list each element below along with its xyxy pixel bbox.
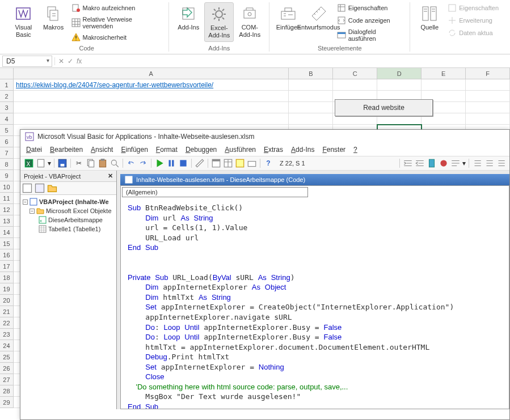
menu-fenster[interactable]: Fenster (322, 146, 345, 154)
cell-F3[interactable] (466, 102, 510, 113)
cell-F2[interactable] (466, 91, 510, 102)
toolbox2-icon[interactable] (247, 158, 257, 168)
bookmark-icon[interactable] (427, 158, 437, 168)
relative-refs-button[interactable]: Relative Verweise verwenden (69, 15, 165, 31)
cell-B1[interactable] (289, 79, 333, 91)
row-header[interactable]: 13 (0, 215, 14, 227)
row-header[interactable]: 24 (0, 340, 14, 351)
visual-basic-button[interactable]: Visual Basic (9, 2, 38, 41)
row-header[interactable]: 1 (0, 79, 14, 91)
code-object-dropdown[interactable]: (Allgemein) (122, 187, 308, 197)
row-header[interactable]: 26 (0, 363, 14, 374)
select-all-corner[interactable] (0, 68, 14, 79)
row-header[interactable]: 28 (0, 385, 14, 397)
cell-B4[interactable] (289, 113, 333, 125)
list3-icon[interactable] (496, 158, 506, 168)
list2-icon[interactable] (484, 158, 494, 168)
cell-D1[interactable] (377, 79, 422, 91)
row-header[interactable]: 2 (0, 91, 14, 102)
code-editor[interactable]: Sub BtnReadWebsite_Click() Dim url As St… (120, 198, 509, 408)
fx-icon[interactable]: fx (77, 57, 82, 65)
row-header[interactable]: 15 (0, 238, 14, 249)
cell-B2[interactable] (289, 91, 333, 102)
row-header[interactable]: 21 (0, 306, 14, 317)
row-header[interactable]: 23 (0, 329, 14, 340)
row-header[interactable]: 16 (0, 249, 14, 261)
menu-ansicht[interactable]: Ansicht (91, 146, 113, 154)
pause-icon[interactable] (166, 158, 176, 168)
row-header[interactable]: 9 (0, 170, 14, 181)
stop-icon[interactable] (178, 158, 188, 168)
row-header[interactable]: 3 (0, 102, 14, 113)
row-header[interactable]: 19 (0, 283, 14, 295)
name-box[interactable]: D5 (2, 56, 52, 67)
quelle-button[interactable]: Quelle (415, 2, 444, 33)
menu-format[interactable]: Format (156, 146, 178, 154)
excel-addins-button[interactable]: Excel-Add-Ins (204, 2, 234, 42)
view-excel-icon[interactable]: X (24, 158, 34, 168)
menu-debuggen[interactable]: Debuggen (186, 146, 217, 154)
properties-button[interactable]: Eigenschaften (335, 2, 406, 14)
row-header[interactable]: 6 (0, 136, 14, 147)
makros-button[interactable]: Makros (39, 2, 68, 33)
redo-icon[interactable] (138, 158, 148, 168)
view-code-button[interactable]: Code anzeigen (335, 15, 406, 26)
cell-E1[interactable] (422, 79, 466, 91)
formula-input[interactable] (85, 57, 510, 65)
cell-C1[interactable] (333, 79, 377, 91)
row-header[interactable]: 18 (0, 272, 14, 283)
cell-A3[interactable] (14, 102, 289, 113)
tree-root[interactable]: − VBAProject (Inhalte-We (23, 197, 114, 206)
row-header[interactable]: 11 (0, 193, 14, 204)
breakpoint-icon[interactable] (439, 158, 449, 168)
cell-A2[interactable] (14, 91, 289, 102)
row-header[interactable]: 7 (0, 147, 14, 159)
cell-A1[interactable]: https://ekiwi-blog.de/24047/seo-agentur-… (14, 79, 289, 91)
menu-add-ins[interactable]: Add-Ins (291, 146, 314, 154)
menu-extras[interactable]: Extras (264, 146, 283, 154)
row-header[interactable]: 5 (0, 125, 14, 136)
save-icon[interactable] (57, 158, 68, 168)
tree-folder[interactable]: − Microsoft Excel Objekte (23, 206, 114, 215)
row-header[interactable]: 22 (0, 317, 14, 329)
addins-button[interactable]: Add-Ins (174, 2, 203, 33)
find-icon[interactable] (109, 158, 120, 168)
menu-einfügen[interactable]: Einfügen (121, 146, 147, 154)
cancel-icon[interactable]: ✕ (58, 57, 64, 65)
comment-icon[interactable] (450, 158, 461, 168)
insert-module-icon[interactable] (36, 158, 46, 168)
browser-icon[interactable] (235, 158, 245, 168)
cell-F4[interactable] (466, 113, 510, 125)
col-header-a[interactable]: A (14, 68, 289, 79)
view-code-tb-icon[interactable] (22, 183, 33, 193)
menu-?[interactable]: ? (353, 146, 357, 154)
run-dialog-button[interactable]: Dialogfeld ausführen (335, 27, 406, 43)
list-icon[interactable] (472, 158, 482, 168)
com-addins-button[interactable]: COM-Add-Ins (235, 2, 264, 41)
col-header-c[interactable]: C (333, 68, 377, 79)
outdent-icon[interactable] (415, 158, 425, 168)
col-header-f[interactable]: F (466, 68, 510, 79)
row-header[interactable]: 27 (0, 374, 14, 385)
props-window-icon[interactable] (223, 158, 233, 168)
row-header[interactable]: 10 (0, 181, 14, 193)
cell-A4[interactable] (14, 113, 289, 125)
row-header[interactable]: 25 (0, 351, 14, 363)
menu-bearbeiten[interactable]: Bearbeiten (50, 146, 83, 154)
indent-icon[interactable] (403, 158, 413, 168)
folder-tb-icon[interactable] (47, 183, 58, 193)
cell-F1[interactable] (466, 79, 510, 91)
view-obj-tb-icon[interactable] (34, 183, 45, 193)
cut-icon[interactable]: ✂ (74, 158, 84, 168)
tree-item-workbook[interactable]: x DieseArbeitsmappe (23, 215, 114, 224)
row-header[interactable]: 4 (0, 113, 14, 125)
read-website-button[interactable]: Read website (335, 99, 433, 116)
col-header-b[interactable]: B (289, 68, 333, 79)
accept-icon[interactable]: ✓ (68, 57, 73, 65)
cell-B3[interactable] (289, 102, 333, 113)
paste-icon[interactable] (98, 158, 108, 168)
help-icon[interactable]: ? (263, 158, 273, 168)
col-header-d[interactable]: D (377, 68, 422, 79)
project-icon[interactable] (211, 158, 221, 168)
row-header[interactable]: 12 (0, 204, 14, 215)
